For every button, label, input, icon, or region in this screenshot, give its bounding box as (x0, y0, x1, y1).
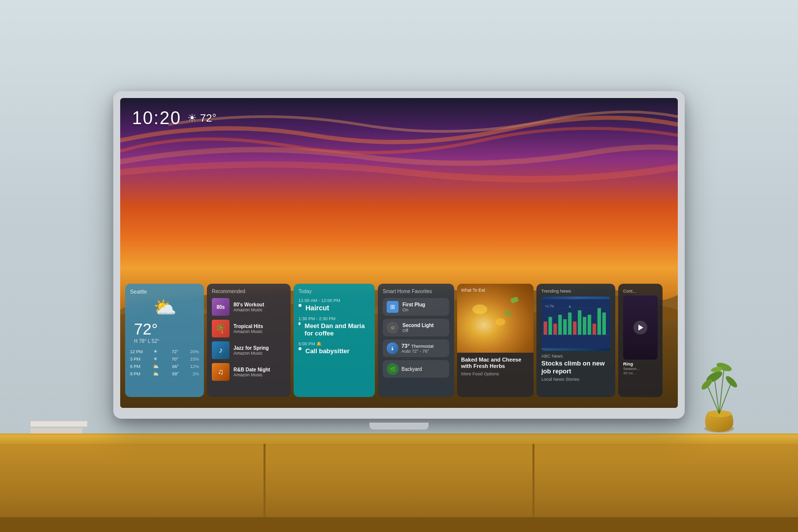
partial-image (623, 296, 658, 360)
play-button[interactable] (633, 321, 647, 334)
music-thumb-tropical: 🌴 (212, 320, 230, 337)
svg-rect-27 (598, 308, 601, 334)
track-source-4: Amazon Music (233, 372, 270, 377)
books-stack (31, 421, 87, 434)
recommended-title: Recommended (212, 289, 286, 294)
music-thumb-80s: 80s (212, 298, 230, 316)
weather-status: ☀ 72° (187, 112, 216, 125)
backyard-device[interactable]: 🌿 Backyard (383, 360, 449, 378)
track-name-2: Tropical Hits (233, 324, 263, 329)
food-title: Baked Mac and Cheese with Fresh Herbs (461, 357, 530, 369)
forecast-time: 9 PM (130, 371, 145, 376)
news-widget[interactable]: Trending News (536, 284, 615, 397)
news-headline: Stocks climb on new job report (541, 360, 610, 375)
svg-rect-17 (548, 317, 552, 334)
music-info-1: 80's Workout Amazon Music (233, 302, 264, 312)
music-item-2[interactable]: 🌴 Tropical Hits Amazon Music (212, 320, 286, 337)
food-detail-1 (472, 304, 487, 314)
plug-name: First Plug (402, 302, 425, 307)
svg-rect-24 (583, 317, 586, 334)
music-info-2: Tropical Hits Amazon Music (233, 324, 263, 334)
food-widget[interactable]: What To Eat Baked Mac and Cheese with Fr… (457, 284, 533, 397)
cabinet-legs (0, 517, 798, 532)
weather-widget[interactable]: Seattle ⛅ 72° H 78° L 52° 12 PM ☀ 72° 20… (125, 284, 204, 397)
svg-rect-26 (593, 324, 596, 335)
music-item-3[interactable]: ♪ Jazz for Spring Amazon Music (212, 341, 286, 359)
recommended-widget[interactable]: Recommended 80s 80's Workout Amazon Musi… (207, 284, 291, 397)
event-dot-2 (299, 322, 300, 325)
tv-screen: 10:20 ☀ 72° Seattle ⛅ 72° H 78° L 52° 12… (120, 98, 678, 408)
temp-range: H 78° L 52° (134, 338, 199, 344)
track-name-3: Jazz for Spring (233, 345, 269, 351)
food-more-options[interactable]: More Food Options (461, 371, 530, 376)
event-3: 6:00 PM 🔔 Call babysitter (299, 341, 370, 355)
event-time-2: 1:30 PM - 2:30 PM (299, 316, 370, 321)
plug-icon: ⊞ (387, 301, 399, 313)
smarthome-widget[interactable]: Smart Home Favorites ⊞ First Plug On ○ S… (378, 284, 454, 397)
forecast-12pm: 12 PM ☀ 72° 20% (130, 348, 199, 355)
forecast-icon: ⛅ (153, 371, 159, 376)
forecast-precip: 2% (187, 371, 199, 376)
music-info-3: Jazz for Spring Amazon Music (233, 345, 269, 356)
event-title-2: Meet Dan and Maria for coffee (304, 322, 370, 337)
forecast-temp: 72° (166, 349, 178, 354)
forecast-9pm: 9 PM ⛅ 58° 2% (130, 370, 199, 377)
thermostat-icon: 🌡 (387, 342, 399, 354)
music-item-4[interactable]: ♫ R&B Date Night Amazon Music (212, 363, 286, 381)
event-2: 1:30 PM - 2:30 PM Meet Dan and Maria for… (299, 316, 370, 337)
food-detail-2 (496, 318, 505, 326)
news-section: Trending News (541, 289, 610, 294)
music-thumb-jazz: ♪ (212, 341, 230, 359)
plug-status: On (402, 307, 425, 312)
book-bottom (31, 428, 82, 433)
music-info-4: R&B Date Night Amazon Music (233, 367, 270, 377)
forecast-precip: 15% (187, 357, 199, 362)
event-dot-3 (299, 347, 301, 350)
partial-subtitle: Ring (623, 362, 658, 366)
play-icon (638, 325, 643, 331)
smarthome-title: Smart Home Favorites (383, 289, 449, 294)
light-name: Second Light (402, 323, 433, 328)
event-title-1: Haircut (305, 304, 329, 312)
forecast-6pm: 6 PM ⛅ 66° 12% (130, 363, 199, 370)
thermostat-info: 73° Thermostat Auto 72° - 76° (401, 343, 433, 354)
plug-info: First Plug On (402, 302, 425, 312)
forecast-icon: ☀ (153, 349, 158, 354)
calendar-title: Today (299, 289, 370, 294)
current-temp: 72° (134, 320, 199, 338)
forecast-temp: 70° (166, 357, 178, 362)
calendar-widget[interactable]: Today 11:00 AM - 12:00 PM Haircut 1:30 P… (294, 284, 375, 397)
svg-rect-21 (568, 312, 571, 334)
forecast-icon: ⛅ (153, 364, 159, 369)
forecast-3pm: 3 PM ☀ 70° 15% (130, 355, 199, 363)
event-dot-1 (299, 304, 301, 307)
svg-rect-18 (553, 324, 557, 335)
music-item-1[interactable]: 80s 80's Workout Amazon Music (212, 298, 286, 316)
light-icon: ○ (387, 322, 399, 333)
forecast-icon: ☀ (153, 356, 158, 362)
thermostat-device[interactable]: 🌡 73° Thermostat Auto 72° - 76° (383, 339, 449, 357)
backyard-icon: 🌿 (387, 363, 399, 375)
light-info: Second Light Off (402, 323, 433, 333)
sun-icon: ☀ (187, 112, 197, 125)
news-image: +1.7% ▲ (541, 297, 610, 351)
svg-rect-16 (544, 321, 547, 334)
device-first-plug[interactable]: ⊞ First Plug On (383, 298, 449, 316)
track-source-1: Amazon Music (233, 307, 264, 312)
cabinet-divider-right (532, 444, 534, 517)
forecast-temp: 66° (166, 364, 179, 369)
partial-widget[interactable]: Cont... Ring Season... 40 mi... (618, 284, 663, 397)
backyard-label: Backyard (401, 366, 422, 372)
event-title-3: Call babysitter (305, 347, 350, 355)
food-image-bg (457, 284, 533, 353)
partial-time: 40 mi... (623, 371, 658, 375)
event-time-1: 11:00 AM - 12:00 PM (299, 298, 370, 303)
forecast-time: 12 PM (130, 349, 145, 354)
svg-rect-23 (578, 310, 581, 335)
stocks-chart-svg: +1.7% ▲ (541, 297, 610, 351)
svg-rect-28 (602, 312, 606, 334)
svg-text:▲: ▲ (568, 304, 571, 308)
device-second-light[interactable]: ○ Second Light Off (383, 319, 449, 336)
book-top (31, 421, 87, 427)
cabinet-shelf (0, 435, 798, 444)
